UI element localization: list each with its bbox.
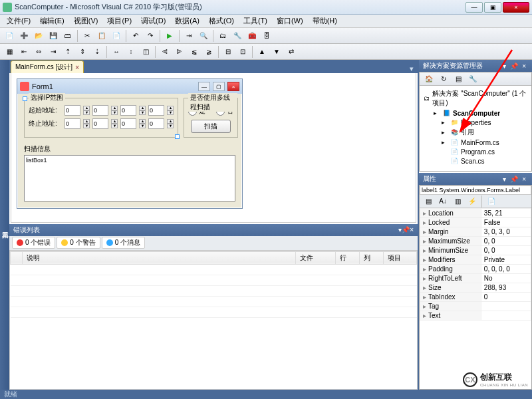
col-file[interactable]: 文件 [296, 251, 336, 264]
property-row[interactable]: ▸RightToLeftNo [420, 274, 531, 283]
step-icon[interactable]: ⇥ [182, 29, 196, 43]
property-row[interactable]: ▸MaximumSize0, 0 [420, 237, 531, 246]
col-description[interactable]: 说明 [23, 251, 296, 264]
panel-close-icon[interactable]: × [520, 63, 528, 70]
scan-button[interactable]: 扫描 [191, 120, 231, 133]
panel-pin-icon[interactable]: 📌 [508, 63, 520, 70]
panel-pin-icon[interactable]: 📌 [508, 176, 520, 183]
sln-properties-icon[interactable]: 🔧 [466, 72, 479, 86]
open-icon[interactable]: 📂 [32, 29, 45, 43]
groupbox-ip-range[interactable]: 选择IP范围 起始地址: 0▴▾ 0▴▾ 0▴▾ 0▴▾ 终止地址: 0▴▾ [24, 98, 178, 138]
properties-node[interactable]: ▸📁Properties [422, 118, 529, 127]
toolbox-icon[interactable]: 🧰 [245, 29, 259, 43]
menu-edit[interactable]: 编辑(E) [36, 15, 68, 27]
minimize-button[interactable]: — [466, 2, 483, 13]
menu-window[interactable]: 窗口(W) [273, 15, 307, 27]
error-list-table[interactable]: 说明 文件 行 列 项目 [10, 251, 417, 318]
alphabetical-icon[interactable]: A↓ [436, 195, 450, 208]
property-row[interactable]: ▸MinimumSize0, 0 [420, 246, 531, 255]
property-row[interactable]: ▸Text [420, 311, 531, 321]
panel-close-icon[interactable]: × [520, 176, 528, 183]
groupbox-thread[interactable]: 是否使用多线程扫描 是 否 扫描 [184, 98, 238, 138]
paste-icon[interactable]: 📄 [110, 29, 123, 43]
events-icon[interactable]: ⚡ [466, 195, 479, 208]
panel-dropdown-icon[interactable]: ▾ [501, 63, 508, 70]
col-line[interactable]: 行 [336, 251, 360, 264]
find-icon[interactable]: 🔍 [197, 29, 210, 43]
project-node[interactable]: ▸📘ScanComputer [422, 108, 529, 118]
form-close-icon[interactable]: × [227, 82, 239, 91]
property-row[interactable]: ▸LockedFalse [420, 218, 531, 227]
end-ip-octet-4[interactable]: 0 [148, 118, 164, 129]
property-row[interactable]: ▸TabIndex0 [420, 293, 531, 302]
properties-icon[interactable]: 🔧 [231, 29, 244, 43]
property-row[interactable]: ▸ModifiersPrivate [420, 255, 531, 265]
menu-view[interactable]: 视图(V) [70, 15, 102, 27]
align-middle-icon[interactable]: ⇕ [76, 45, 89, 59]
cut-icon[interactable]: ✂ [80, 29, 94, 43]
property-row[interactable]: ▸Margin3, 0, 3, 0 [420, 227, 531, 237]
menu-help[interactable]: 帮助(H) [309, 15, 341, 27]
align-left-icon[interactable]: ⇤ [17, 45, 31, 59]
menu-format[interactable]: 格式(O) [205, 15, 238, 27]
spin-up-icon[interactable]: ▴ [83, 106, 90, 110]
solution-root[interactable]: 🗂解决方案 "ScanComputer" (1 个项目) [422, 88, 529, 108]
program-node[interactable]: 📄Program.cs [422, 147, 529, 156]
db-icon[interactable]: 🗄 [260, 29, 273, 43]
form-max-icon[interactable]: ▢ [213, 82, 225, 91]
align-right-icon[interactable]: ⇥ [47, 45, 60, 59]
warnings-filter-button[interactable]: 0 个警告 [57, 237, 100, 249]
prop-pages-icon[interactable]: ▥ [451, 195, 464, 208]
menu-tools[interactable]: 工具(T) [239, 15, 271, 27]
copy-icon[interactable]: 📋 [95, 29, 108, 43]
tab-order-icon[interactable]: ⇄ [285, 45, 298, 59]
col-column[interactable]: 列 [360, 251, 384, 264]
sln-refresh-icon[interactable]: ↻ [437, 72, 450, 86]
start-ip-octet-2[interactable]: 0 [92, 105, 108, 116]
end-ip-octet-3[interactable]: 0 [120, 118, 136, 129]
spin-down-icon[interactable]: ▾ [83, 110, 90, 115]
property-row[interactable]: ▸Location35, 21 [420, 209, 531, 218]
hspace-inc-icon[interactable]: ⫸ [173, 45, 186, 59]
col-project[interactable]: 项目 [384, 251, 417, 264]
property-row[interactable]: ▸Size288, 93 [420, 283, 531, 293]
redo-icon[interactable]: ↷ [144, 29, 157, 43]
tab-dropdown-icon[interactable]: ▾ [406, 65, 418, 73]
form-min-icon[interactable]: — [198, 82, 210, 91]
align-top-icon[interactable]: ⇡ [61, 45, 74, 59]
tab-close-icon[interactable]: × [75, 64, 79, 71]
vspace-equal-icon[interactable]: ⫹ [188, 45, 201, 59]
messages-filter-button[interactable]: 0 个消息 [102, 237, 145, 249]
start-ip-octet-4[interactable]: 0 [148, 105, 164, 116]
sln-showall-icon[interactable]: ▤ [452, 72, 465, 86]
start-ip-octet-1[interactable]: 0 [65, 105, 80, 116]
vspace-inc-icon[interactable]: ⫺ [202, 45, 215, 59]
same-height-icon[interactable]: ↕ [124, 45, 138, 59]
categorized-icon[interactable]: ▤ [422, 195, 435, 208]
properties-grid[interactable]: ▸Location35, 21▸LockedFalse▸Margin3, 0, … [420, 208, 531, 321]
menu-data[interactable]: 数据(A) [171, 15, 203, 27]
new-project-icon[interactable]: 📄 [3, 29, 16, 43]
toolbox-strip[interactable]: 工具箱 [0, 60, 9, 390]
scan-node[interactable]: 📄Scan.cs [422, 156, 529, 166]
sln-home-icon[interactable]: 🏠 [422, 72, 436, 86]
maximize-button[interactable]: ▣ [484, 2, 501, 13]
start-ip-octet-3[interactable]: 0 [120, 105, 136, 116]
panel-dropdown-icon[interactable]: ▾ [501, 176, 508, 183]
same-width-icon[interactable]: ↔ [110, 45, 123, 59]
close-button[interactable]: × [503, 2, 529, 13]
panel-close-icon[interactable]: × [410, 226, 414, 233]
menu-project[interactable]: 项目(P) [103, 15, 136, 27]
run-icon[interactable]: ▶ [163, 29, 176, 43]
panel-pin-icon[interactable]: 📌 [402, 226, 410, 233]
center-h-icon[interactable]: ⊟ [221, 45, 235, 59]
align-center-icon[interactable]: ⇔ [32, 45, 45, 59]
mainform-node[interactable]: ▸📄MainForm.cs [422, 138, 529, 147]
references-node[interactable]: ▸📚引用 [422, 127, 529, 138]
bring-front-icon[interactable]: ▲ [255, 45, 269, 59]
undo-icon[interactable]: ↶ [129, 29, 142, 43]
align-grid-icon[interactable]: ▦ [3, 45, 16, 59]
menu-file[interactable]: 文件(F) [3, 15, 35, 27]
save-all-icon[interactable]: 🗃 [61, 29, 74, 43]
end-ip-octet-1[interactable]: 0 [65, 118, 80, 129]
